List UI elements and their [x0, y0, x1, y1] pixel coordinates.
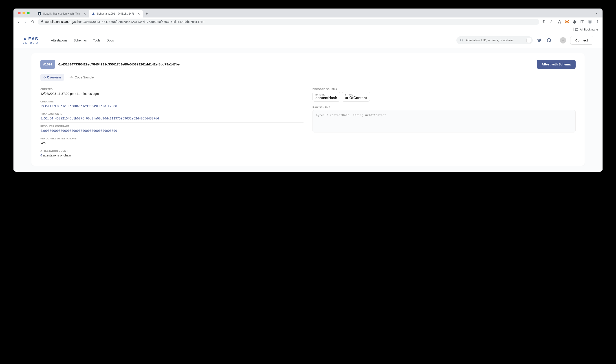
- search-box[interactable]: /: [456, 36, 533, 44]
- revocable-label: REVOCABLE ATTESTATIONS:: [41, 137, 304, 140]
- side-panel-icon[interactable]: [580, 20, 585, 24]
- logo[interactable]: EAS SEPOLIA: [23, 36, 39, 44]
- decoded-field-2: STRING urlOfContent: [342, 92, 370, 102]
- back-button[interactable]: [16, 20, 21, 24]
- bookmark-star-icon[interactable]: [557, 20, 562, 24]
- close-tab-icon[interactable]: ✕: [137, 12, 140, 15]
- eas-favicon: [92, 12, 95, 15]
- forward-button[interactable]: [23, 20, 28, 24]
- transaction-label: TRANSACTION ID:: [41, 113, 304, 115]
- extensions-icon[interactable]: [573, 20, 577, 24]
- tab-overview[interactable]: {} Overview: [41, 74, 64, 81]
- tab-menu-chevron-icon[interactable]: [595, 12, 598, 16]
- tab-overview-label: Overview: [47, 76, 61, 79]
- transaction-hash[interactable]: 0x52c64f458921545b1b6876f60b0fa00c30dc11…: [41, 117, 304, 120]
- twitter-icon[interactable]: [537, 38, 542, 43]
- resolver-address[interactable]: 0x00000000000000000000000000000000000000…: [41, 129, 304, 132]
- decoded-field-1: BYTES32 contentHash: [312, 92, 340, 102]
- braces-icon: {}: [43, 76, 46, 79]
- new-tab-button[interactable]: +: [144, 12, 150, 16]
- nav-links: Attestations Schemas Tools Docs: [51, 39, 114, 42]
- connect-button[interactable]: Connect: [570, 36, 593, 45]
- url-host: sepolia.easscan.org: [45, 20, 73, 24]
- share-icon[interactable]: [549, 20, 554, 24]
- svg-rect-1: [581, 20, 584, 23]
- lock-icon: [41, 20, 43, 23]
- svg-point-4: [589, 20, 591, 22]
- decoded-schema-label: DECODED SCHEMA:: [312, 88, 575, 91]
- minimize-window[interactable]: [22, 12, 25, 14]
- svg-point-8: [461, 39, 462, 41]
- tab-bar: ⬢ Sepolia Transaction Hash (Txh ✕ Schema…: [14, 9, 602, 17]
- logo-network: SEPOLIA: [23, 42, 39, 44]
- tab-title: Sepolia Transaction Hash (Txh: [43, 12, 82, 15]
- attest-button[interactable]: Attest with Schema: [537, 60, 575, 69]
- logo-text: EAS: [28, 36, 38, 41]
- nav-attestations[interactable]: Attestations: [51, 39, 67, 42]
- tab-title: Schema #1091 - 0x4318...147t: [97, 12, 136, 15]
- creator-address[interactable]: 0x351132C80b1e1De680A6dAe996649E0b2a1E78…: [41, 104, 304, 108]
- svg-point-7: [597, 22, 598, 23]
- decoded-name: contentHash: [315, 96, 337, 100]
- svg-point-6: [597, 21, 598, 22]
- tab-code-sample[interactable]: </> Code Sample: [67, 74, 97, 81]
- divider: [556, 38, 556, 43]
- attestation-count-label: ATTESTATION COUNT:: [41, 150, 304, 152]
- etherscan-favicon: ⬢: [38, 12, 41, 15]
- search-icon: [460, 39, 463, 42]
- tab-code-sample-label: Code Sample: [75, 76, 94, 79]
- raw-schema-box[interactable]: bytes32 contentHash, string urlOfContent: [312, 110, 575, 132]
- close-window[interactable]: [18, 12, 21, 14]
- window-controls: [15, 12, 32, 14]
- code-icon: </>: [70, 76, 73, 79]
- resolver-label: RESOLVER CONTRACT:: [41, 125, 304, 128]
- url-path: /schema/view/0x43183473396f22ec78464231c…: [73, 20, 205, 24]
- slash-shortcut: /: [526, 38, 531, 43]
- profile-icon[interactable]: [588, 20, 592, 24]
- network-icon[interactable]: [560, 37, 566, 43]
- decoded-type: STRING: [345, 93, 367, 96]
- nav-docs[interactable]: Docs: [107, 39, 114, 42]
- schema-card: #1091 0x43183473396f22ec78464231c356f176…: [31, 53, 585, 166]
- attestation-count-text: attestations onchain: [42, 154, 71, 157]
- browser-menu-icon[interactable]: [595, 20, 600, 24]
- app-header: EAS SEPOLIA Attestations Schemas Tools D…: [14, 33, 602, 48]
- schema-id-badge: #1091: [41, 60, 55, 69]
- browser-tab-1[interactable]: ⬢ Sepolia Transaction Hash (Txh ✕: [35, 10, 89, 17]
- attestation-count-value: 0 attestations onchain: [41, 154, 304, 157]
- nav-tools[interactable]: Tools: [93, 39, 100, 42]
- all-bookmarks-link[interactable]: All Bookmarks: [580, 28, 599, 31]
- github-icon[interactable]: [546, 38, 552, 43]
- attestation-count-num: 0: [41, 154, 42, 157]
- address-bar: sepolia.easscan.org/schema/view/0x431834…: [14, 17, 602, 26]
- close-tab-icon[interactable]: ✕: [84, 12, 86, 15]
- revocable-value: Yes: [41, 141, 304, 145]
- maximize-window[interactable]: [27, 12, 30, 14]
- created-label: CREATED:: [41, 88, 304, 91]
- nav-schemas[interactable]: Schemas: [74, 39, 87, 42]
- search-input[interactable]: [466, 39, 524, 42]
- raw-schema-label: RAW SCHEMA:: [312, 106, 575, 109]
- creator-label: CREATOR:: [41, 100, 304, 103]
- folder-icon: [575, 27, 578, 31]
- zoom-icon[interactable]: [542, 20, 546, 24]
- created-value: 12/06/2023 11:37:00 pm (11 minutes ago): [41, 92, 304, 95]
- metamask-extension-icon[interactable]: [565, 20, 569, 24]
- decoded-type: BYTES32: [315, 93, 337, 96]
- bookmarks-bar: All Bookmarks: [14, 26, 602, 33]
- reload-button[interactable]: [30, 20, 35, 24]
- browser-tab-2[interactable]: Schema #1091 - 0x4318...147t ✕: [89, 10, 143, 17]
- url-bar[interactable]: sepolia.easscan.org/schema/view/0x431834…: [38, 19, 539, 25]
- logo-triangle-icon: [23, 37, 27, 41]
- browser-window: ⬢ Sepolia Transaction Hash (Txh ✕ Schema…: [14, 9, 602, 172]
- svg-point-5: [597, 20, 598, 21]
- schema-hash: 0x43183473396f22ec78464231c356f1763e89e0…: [58, 62, 180, 66]
- decoded-name: urlOfContent: [345, 96, 367, 100]
